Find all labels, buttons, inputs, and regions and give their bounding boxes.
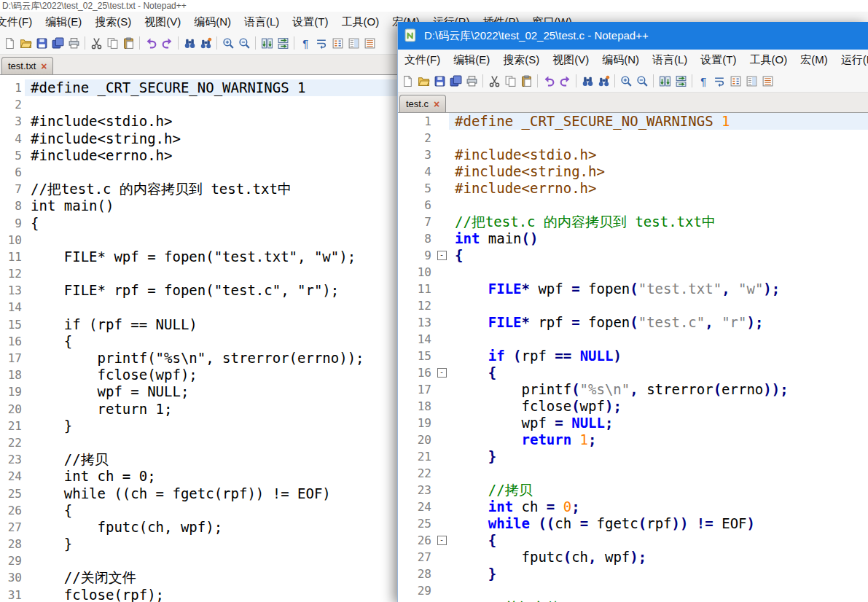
menu-item[interactable]: 编辑(E) bbox=[39, 12, 88, 32]
code-line[interactable]: 4#include<string.h> bbox=[398, 163, 868, 180]
save-icon[interactable] bbox=[432, 74, 447, 88]
code-line[interactable]: 20 return 1; bbox=[398, 431, 868, 448]
menu-item[interactable]: 搜索(S) bbox=[88, 12, 138, 32]
function-list-icon[interactable] bbox=[728, 74, 743, 88]
replace-icon[interactable] bbox=[596, 74, 611, 88]
tab-test-c[interactable]: test.c × bbox=[399, 95, 446, 112]
menu-item[interactable]: 文件(F) bbox=[398, 50, 447, 70]
menu-item[interactable]: 视图(V) bbox=[546, 50, 595, 70]
paste-icon[interactable] bbox=[519, 74, 533, 88]
code-line[interactable]: 27 fputc(ch, wpf); bbox=[398, 549, 868, 566]
code-line[interactable]: 25 while ((ch = fgetc(rpf)) != EOF) bbox=[398, 515, 868, 532]
menu-item[interactable]: 视图(V) bbox=[138, 12, 187, 32]
menu-item[interactable]: 编码(N) bbox=[595, 50, 646, 70]
show-symbols-icon[interactable]: ¶ bbox=[298, 36, 313, 50]
sync-scroll-h-icon[interactable] bbox=[275, 36, 290, 50]
code-line[interactable]: 24 int ch = 0; bbox=[398, 499, 868, 515]
tab-test-txt[interactable]: test.txt × bbox=[1, 57, 53, 74]
code-line[interactable]: 5#include<errno.h> bbox=[398, 180, 868, 197]
open-folder-icon[interactable] bbox=[18, 36, 33, 50]
sync-scroll-v-icon[interactable] bbox=[259, 36, 274, 50]
code-line[interactable]: 3#include<stdio.h> bbox=[398, 146, 868, 163]
menu-item[interactable]: 编辑(E) bbox=[447, 50, 496, 70]
tab-close-icon[interactable]: × bbox=[41, 61, 47, 71]
paste-icon[interactable] bbox=[121, 36, 136, 50]
cut-icon[interactable] bbox=[487, 74, 501, 88]
word-wrap-icon[interactable] bbox=[712, 74, 727, 88]
code-line[interactable]: 30 //关闭文件 bbox=[398, 599, 868, 602]
open-folder-icon[interactable] bbox=[416, 74, 431, 88]
menu-item[interactable]: 工具(O) bbox=[335, 12, 386, 32]
cut-icon[interactable] bbox=[89, 36, 103, 50]
zoom-out-icon[interactable] bbox=[237, 36, 251, 50]
code-line[interactable]: 29 bbox=[398, 582, 868, 599]
code-line[interactable]: 13 FILE* rpf = fopen("test.c", "r"); bbox=[398, 314, 868, 331]
code-line[interactable]: 26- { bbox=[398, 532, 868, 549]
code-line[interactable]: 23 //拷贝 bbox=[398, 482, 868, 499]
code-line[interactable]: 14 bbox=[398, 331, 868, 348]
copy-icon[interactable] bbox=[105, 36, 120, 50]
redo-icon[interactable] bbox=[160, 36, 174, 50]
menu-item[interactable]: 工具(O) bbox=[743, 50, 794, 70]
print-icon[interactable] bbox=[66, 36, 81, 50]
menu-item[interactable]: 运行(R) bbox=[834, 50, 868, 70]
fold-marker[interactable]: - bbox=[434, 364, 449, 381]
code-line[interactable]: 6 bbox=[398, 197, 868, 214]
redo-icon[interactable] bbox=[558, 74, 572, 88]
code-line[interactable]: 8int main() bbox=[398, 230, 868, 247]
code-editor[interactable]: 1#define _CRT_SECURE_NO_WARNINGS 123#inc… bbox=[398, 113, 868, 602]
new-file-icon[interactable] bbox=[2, 36, 17, 50]
find-icon[interactable] bbox=[580, 74, 595, 88]
code-line[interactable]: 21 } bbox=[398, 448, 868, 465]
code-line[interactable]: 11 FILE* wpf = fopen("test.txt", "w"); bbox=[398, 281, 868, 297]
code-line[interactable]: 16- { bbox=[398, 364, 868, 381]
code-line[interactable]: 22 bbox=[398, 465, 868, 482]
print-icon[interactable] bbox=[464, 74, 479, 88]
copy-icon[interactable] bbox=[503, 74, 517, 88]
code-line[interactable]: 1#define _CRT_SECURE_NO_WARNINGS 1 bbox=[398, 113, 868, 130]
sync-scroll-v-icon[interactable] bbox=[657, 74, 672, 88]
menu-item[interactable]: 搜索(S) bbox=[496, 50, 546, 70]
doc-map-icon[interactable] bbox=[346, 36, 361, 50]
undo-icon[interactable] bbox=[144, 36, 158, 50]
menu-item[interactable]: 文件(F) bbox=[0, 12, 39, 32]
tab-close-icon[interactable]: × bbox=[434, 99, 439, 109]
code-line[interactable]: 10 bbox=[398, 264, 868, 281]
menu-item[interactable]: 语言(L) bbox=[238, 12, 286, 32]
doc-list-icon[interactable] bbox=[362, 36, 377, 50]
find-icon[interactable] bbox=[182, 36, 197, 50]
function-list-icon[interactable] bbox=[330, 36, 345, 50]
code-text bbox=[449, 582, 868, 599]
code-token: ( bbox=[563, 549, 571, 565]
zoom-in-icon[interactable] bbox=[619, 74, 633, 88]
menu-item[interactable]: 语言(L) bbox=[646, 50, 694, 70]
menu-item[interactable]: 设置(T) bbox=[694, 50, 743, 70]
menu-item[interactable]: 设置(T) bbox=[286, 12, 335, 32]
sync-scroll-h-icon[interactable] bbox=[673, 74, 688, 88]
code-line[interactable]: 9-{ bbox=[398, 247, 868, 264]
code-line[interactable]: 15 if (rpf == NULL) bbox=[398, 348, 868, 364]
doc-map-icon[interactable] bbox=[744, 74, 759, 88]
code-line[interactable]: 28 } bbox=[398, 566, 868, 582]
menu-item[interactable]: 宏(M) bbox=[794, 50, 834, 70]
replace-icon[interactable] bbox=[198, 36, 213, 50]
undo-icon[interactable] bbox=[541, 74, 556, 88]
fold-marker[interactable]: - bbox=[434, 247, 449, 264]
save-icon[interactable] bbox=[34, 36, 49, 50]
zoom-in-icon[interactable] bbox=[221, 36, 235, 50]
zoom-out-icon[interactable] bbox=[635, 74, 649, 88]
save-all-icon[interactable] bbox=[50, 36, 65, 50]
code-line[interactable]: 19 wpf = NULL; bbox=[398, 415, 868, 431]
doc-list-icon[interactable] bbox=[760, 74, 775, 88]
save-all-icon[interactable] bbox=[448, 74, 463, 88]
menu-item[interactable]: 编码(N) bbox=[187, 12, 238, 32]
code-line[interactable]: 2 bbox=[398, 130, 868, 146]
code-line[interactable]: 17 printf("%s\n", strerror(errno)); bbox=[398, 381, 868, 398]
code-line[interactable]: 7//把test.c 的内容拷贝到 test.txt中 bbox=[398, 214, 868, 230]
code-line[interactable]: 12 bbox=[398, 297, 868, 314]
word-wrap-icon[interactable] bbox=[314, 36, 329, 50]
show-symbols-icon[interactable]: ¶ bbox=[696, 74, 711, 88]
fold-marker[interactable]: - bbox=[434, 532, 449, 549]
new-file-icon[interactable] bbox=[400, 74, 415, 88]
code-line[interactable]: 18 fclose(wpf); bbox=[398, 398, 868, 415]
